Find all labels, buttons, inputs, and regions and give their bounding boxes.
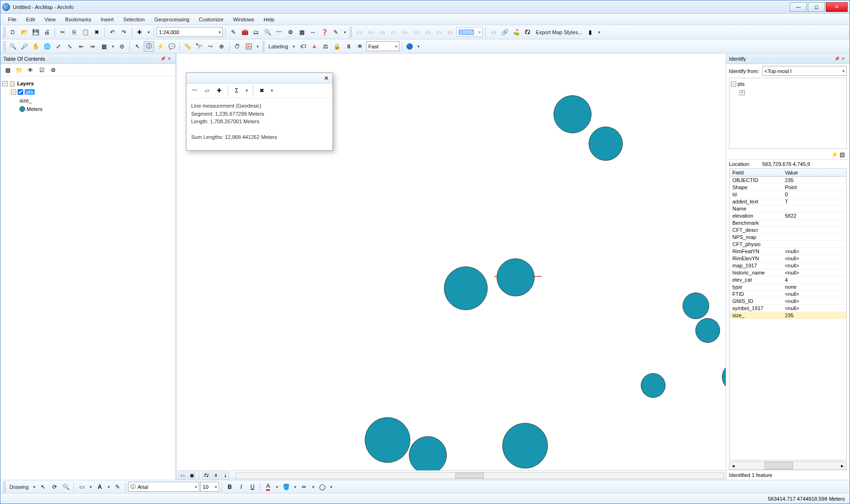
identify-from-combo[interactable]: <Top-most l [762,66,847,76]
viewer-dropdown[interactable]: ▾ [255,41,260,51]
pin-icon[interactable]: 📌 [159,55,166,62]
labeling-dropdown[interactable]: ▾ [291,41,297,51]
map-point-symbol[interactable] [722,363,726,391]
menu-file[interactable]: File [3,15,21,24]
prev-extent-icon[interactable]: ⇐ [76,41,86,52]
toolbar-grip[interactable] [3,41,6,52]
find-route-icon[interactable]: ⤳ [205,41,215,52]
table-row[interactable]: symbol_1917<null> [730,305,846,312]
export-map-styles-button[interactable]: Export Map Styles... [534,29,584,35]
col-value[interactable]: Value [782,169,846,177]
table-row[interactable]: elev_cat4 [730,276,846,284]
refresh-icon[interactable]: 🗘 [522,27,533,37]
text-dropdown[interactable]: ▾ [106,482,111,492]
clear-icon[interactable]: ✖ [257,85,267,96]
close-icon[interactable]: ✕ [840,55,847,62]
close-icon[interactable]: ✕ [166,55,173,62]
table-row[interactable]: GNIS_ID<null> [730,298,846,305]
menu-insert[interactable]: Insert [96,15,119,24]
label-weight-icon[interactable]: ⚖ [321,41,331,52]
select-elements-icon[interactable]: ↖ [38,482,48,492]
bookmark-icon[interactable]: ⛳ [511,27,521,37]
collapse-icon[interactable]: − [11,90,16,95]
identify-layer-node[interactable]: pts [738,81,745,87]
fill-color-icon[interactable]: 🪣 [281,482,291,492]
map-point-symbol[interactable] [641,373,665,398]
table-row[interactable]: CFT_physio [730,241,846,248]
table-row[interactable]: RimElevYN<null> [730,255,846,262]
expand-icon[interactable]: + [739,90,745,95]
label-priority-icon[interactable]: 🔺 [309,41,320,52]
menu-windows[interactable]: Windows [228,15,259,24]
map-point-symbol[interactable] [444,266,488,310]
collapse-icon[interactable]: − [2,81,8,86]
refresh-icon[interactable]: 🗘 [203,472,210,479]
new-icon[interactable]: 🗋 [8,27,18,37]
modelbuilder-icon[interactable]: ⚙ [285,27,296,37]
menu-icon[interactable]: ▤ [838,151,846,158]
measure-area-icon[interactable]: ▱ [202,85,212,96]
text-icon[interactable]: A [94,482,105,492]
menu-selection[interactable]: Selection [119,15,149,24]
col-field[interactable]: Field [730,169,782,177]
measure-sum-icon[interactable]: Σ [231,85,242,96]
go-to-xy-icon[interactable]: ⊕ [216,41,227,52]
measure-units-dropdown[interactable]: ▾ [244,85,249,95]
layer-pts[interactable]: pts [25,89,35,95]
table-row[interactable]: added_textT [730,198,846,205]
search-icon[interactable]: 🔍 [262,27,273,37]
abbreviation-icon[interactable]: 🔵 [405,41,415,52]
drawing-dropdown[interactable]: ▾ [31,482,37,492]
add-data-dropdown[interactable]: ▾ [146,27,151,37]
toolbar-grip[interactable] [350,27,352,37]
measure-dialog[interactable]: ✕ 〰 ▱ ✚ Σ ▾ ✖ ▾ Line measurement ( [186,73,333,151]
table-row[interactable]: OBJECTID235 [730,177,846,184]
font-color-dropdown[interactable]: ▾ [274,482,280,492]
zoom-to-elements-icon[interactable]: 🔍 [61,482,71,492]
layer-visibility-checkbox[interactable] [18,89,23,95]
paste-icon[interactable]: 📋 [80,27,91,37]
select-elements-icon[interactable]: ↖ [132,41,143,52]
marker-color-icon[interactable]: ◯ [317,482,327,492]
redo-icon[interactable]: ↷ [119,27,129,37]
view-unplaced-icon[interactable]: 👁 [355,41,365,52]
create-viewer-icon[interactable]: 🪟 [243,41,254,52]
underline-icon[interactable]: U [247,482,258,492]
bold-icon[interactable]: B [224,482,235,492]
toolbar-grip[interactable] [262,41,265,52]
print-icon[interactable]: 🖨 [42,27,52,37]
table-row[interactable]: Benchmark [730,220,846,227]
font-color-icon[interactable]: A [263,482,273,492]
identify-icon[interactable]: ⓘ [144,41,154,52]
rectangle-icon[interactable]: ▭ [76,482,87,492]
clear-dropdown[interactable]: ▾ [269,85,275,95]
map-point-symbol[interactable] [554,95,591,133]
list-by-source-icon[interactable]: 📁 [14,65,24,75]
label-quality-combo[interactable]: Fast [366,41,399,51]
toolbox-icon[interactable]: 🧰 [240,27,250,37]
collapse-icon[interactable]: − [731,82,736,87]
select-features-icon[interactable]: ▦ [99,41,109,52]
delete-icon[interactable]: ✖ [92,27,102,37]
menu-view[interactable]: View [40,15,61,24]
table-icon[interactable]: ▦ [296,27,307,37]
abbr-dropdown[interactable]: ▾ [416,41,422,51]
font-combo[interactable]: ⓘArial [128,482,199,492]
undo-icon[interactable]: ↶ [107,27,118,37]
edit-vertices-icon[interactable]: ✎ [112,482,123,492]
map-point-symbol[interactable] [589,127,623,161]
hyperlink-icon[interactable]: ⚡ [155,41,166,52]
arrow-icon[interactable]: ↔ [308,27,318,37]
menu-bookmarks[interactable]: Bookmarks [60,15,96,24]
data-view-icon[interactable]: ▭ [178,472,186,479]
hscrollbar[interactable] [236,472,724,479]
labeling-button[interactable]: Labeling [267,44,290,49]
list-by-visibility-icon[interactable]: 👁 [25,65,36,75]
style-dropdown[interactable]: ▾ [597,27,602,37]
map-scale-combo[interactable]: 1:24,000 [157,27,223,37]
map-point-symbol[interactable] [409,436,447,470]
menu-help[interactable]: Help [259,15,279,24]
maximize-button[interactable]: ◻ [808,2,825,12]
toolbar-grip[interactable] [3,482,6,492]
select-dropdown[interactable]: ▾ [110,41,116,51]
